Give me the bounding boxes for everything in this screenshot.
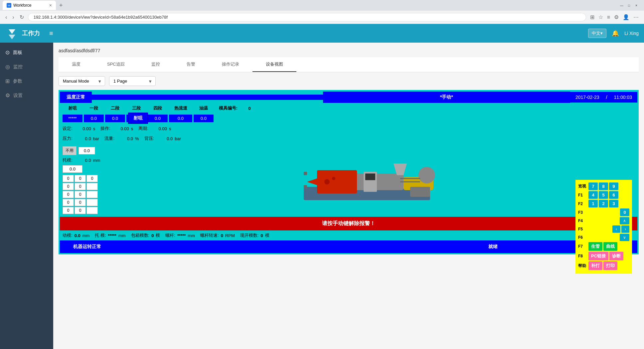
num-6-btn[interactable]: 6 [609, 191, 618, 199]
fn-f8: F8 [578, 254, 587, 258]
svg-point-14 [332, 177, 335, 180]
tab-close-btn[interactable]: × [49, 3, 52, 8]
tab-oplog[interactable]: 操作记录 [209, 57, 252, 72]
address-bar: ‹ › ↻ ⊞ ☆ ≡ ⚙ 👤 ⋯ [0, 11, 644, 24]
page-select[interactable]: 1 Page 2 Page 3 Page [109, 76, 156, 86]
page-select-wrapper: 1 Page 2 Page 3 Page ▼ [109, 76, 156, 86]
address-input[interactable] [28, 13, 586, 21]
numpad-row-f7: F7 生管 曲线 [578, 242, 629, 251]
shenguan-btn[interactable]: 生管 [588, 242, 602, 251]
extensions-btn[interactable]: ⚙ [613, 13, 620, 22]
menu-btn[interactable]: ≡ [606, 13, 611, 22]
col-shejui: 射咀 [63, 105, 82, 111]
mold-lift-row: 托模: 0.0 mm [63, 157, 100, 163]
tab-temp[interactable]: 温度 [59, 57, 94, 72]
mode-select[interactable]: Manual Mode Auto Mode Semi-Auto [59, 76, 105, 86]
num-0-btn[interactable]: 0 [620, 208, 629, 216]
sidebar-item-params[interactable]: ⊞ 参数 [0, 74, 53, 88]
tab-monitor[interactable]: 监控 [138, 57, 173, 72]
arrow-down-btn[interactable]: ∨ [620, 234, 629, 241]
app: 工作力 ≡ 中文▾ 🔔 Li Xing ⊙ 面板 ◎ 监控 ⊞ 参数 ⚙ [0, 24, 644, 349]
lang-btn[interactable]: 中文▾ [588, 29, 606, 38]
refresh-btn[interactable]: ↻ [18, 13, 25, 22]
sidebar-item-settings[interactable]: ⚙ 设置 [0, 88, 53, 103]
mold-lift-unit: mm [93, 158, 100, 163]
flow-value: 0.0 [116, 136, 133, 141]
flow-label: 流量: [104, 136, 114, 142]
sidebar-label-monitor: 监控 [13, 64, 23, 70]
pc-btn[interactable]: PC链接 [588, 252, 608, 260]
bookmark-btn[interactable]: ☆ [597, 13, 604, 22]
new-tab-btn[interactable]: + [57, 2, 65, 9]
fn-f6: F6 [578, 235, 587, 240]
tab-devview[interactable]: 设备视图 [252, 57, 296, 72]
page-content: asdfasd/asdfdsdf/77 温度 SPC追踪 监控 告警 操作记录 … [53, 43, 644, 349]
svg-marker-1 [9, 35, 15, 39]
cycle-label: 周期: [138, 126, 148, 132]
status-footer: 机器运转正常 就绪 [60, 240, 637, 253]
col-mold-label: 模具编号: [215, 105, 242, 111]
backpressure-group: 背压: 0.0 bar [144, 136, 181, 142]
num-2-btn[interactable]: 2 [599, 200, 608, 207]
mold-number: 0 [243, 106, 256, 111]
close-btn[interactable]: × [634, 3, 639, 8]
status-mode: *手动* [323, 92, 570, 103]
grid-cells: 0 0 0 0 0 0 0 0 0 [63, 175, 100, 214]
sidebar-label-dashboard: 面板 [13, 50, 22, 56]
val-yiduan: 0.0 [84, 115, 104, 122]
hamburger-btn[interactable]: ≡ [49, 30, 53, 37]
main-value: 0.0 [63, 165, 82, 173]
monitor-icon: ◎ [5, 64, 10, 70]
num-1-btn[interactable]: 1 [588, 200, 598, 207]
num-4-btn[interactable]: 4 [588, 191, 598, 199]
arrow-left-btn[interactable]: ‹ [612, 225, 620, 233]
col-sanduan: 三段 [126, 105, 146, 111]
main-content: ⊙ 面板 ◎ 监控 ⊞ 参数 ⚙ 设置 asdfasd/asdfdsdf/77 … [0, 43, 644, 349]
minimize-btn[interactable]: — [619, 3, 624, 8]
num-8-btn[interactable]: 8 [599, 182, 608, 190]
num-7-btn[interactable]: 7 [588, 182, 598, 190]
profile-btn[interactable]: 👤 [621, 13, 631, 22]
arrow-right-btn[interactable]: › [621, 225, 629, 233]
num-9-btn[interactable]: 9 [609, 182, 618, 190]
num-3-btn[interactable]: 3 [609, 200, 618, 207]
numpad-row-f4: F4 ∧ [578, 217, 629, 224]
browser-tab[interactable]: W Workforce × [3, 1, 56, 10]
sidebar-item-monitor[interactable]: ◎ 监控 [0, 60, 53, 74]
zhenduan-btn[interactable]: 诊断 [609, 252, 623, 260]
maximize-btn[interactable]: □ [627, 3, 631, 8]
fn-help: 帮助 [578, 263, 587, 269]
arrow-up-btn[interactable]: ∧ [620, 217, 629, 224]
quxian-btn[interactable]: 曲线 [603, 242, 617, 251]
flow-group: 流量: 0.0 % [104, 136, 139, 142]
settings-icon: ⚙ [5, 92, 10, 99]
back-btn[interactable]: ‹ [4, 13, 8, 22]
mode-select-wrapper: Manual Mode Auto Mode Semi-Auto ▼ [59, 76, 105, 86]
controls-row: Manual Mode Auto Mode Semi-Auto ▼ 1 Page… [59, 76, 639, 86]
val-erduan: 0.0 [105, 115, 125, 122]
print-btn[interactable]: 打印 [603, 261, 617, 270]
bu-btn[interactable]: 补打 [588, 261, 602, 270]
bell-icon[interactable]: 🔔 [612, 30, 619, 37]
numpad-row-help: 帮助 补打 打印 [578, 261, 629, 270]
tab-alarm[interactable]: 告警 [173, 57, 209, 72]
fn-f2: F2 [578, 201, 587, 206]
svg-rect-12 [410, 187, 430, 197]
stat-luogansudu: 螺杆转速: 0 RPM [200, 232, 235, 238]
tabs: 温度 SPC追踪 监控 告警 操作记录 设备视图 [59, 57, 639, 72]
reader-view-btn[interactable]: ⊞ [589, 13, 596, 22]
sidebar-item-dashboard[interactable]: ⊙ 面板 [0, 45, 53, 60]
not-use-btn[interactable]: 不用 [63, 146, 77, 155]
sidebar-label-params: 参数 [13, 78, 22, 84]
col-youwen: 油温 [194, 105, 214, 111]
tab-spc[interactable]: SPC追踪 [94, 57, 138, 72]
fn-f3: F3 [578, 210, 587, 215]
val-shejui: ***** [63, 115, 82, 122]
num-5-btn[interactable]: 5 [599, 191, 608, 199]
status-sep: / [605, 92, 609, 103]
status-date: 2017-02-23 [570, 92, 605, 103]
more-btn[interactable]: ⋯ [632, 13, 640, 22]
numpad-row-top: 览视 7 8 9 [578, 182, 629, 190]
forward-btn[interactable]: › [11, 13, 15, 22]
op-unit: s [131, 126, 133, 131]
